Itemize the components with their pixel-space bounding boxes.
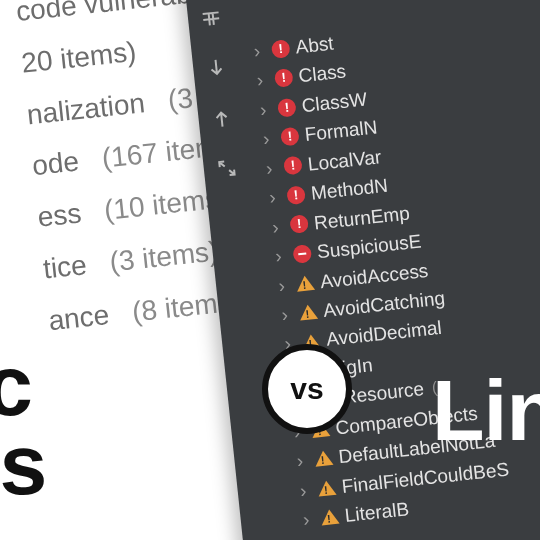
- chevron-right-icon[interactable]: ›: [265, 153, 280, 184]
- issue-label: Abst: [294, 29, 335, 62]
- title-line-2: lysis: [0, 425, 46, 504]
- warning-icon: [314, 449, 334, 469]
- title-linting-text: Lintin: [432, 362, 540, 458]
- error-icon: !: [289, 215, 309, 235]
- title-static-analysis: tatic lysis: [0, 346, 46, 504]
- category-label: 20 items): [20, 36, 138, 79]
- error-icon: !: [274, 68, 294, 88]
- chevron-right-icon[interactable]: ›: [268, 182, 283, 213]
- error-icon: !: [286, 185, 306, 205]
- error-icon: !: [283, 156, 303, 176]
- chevron-right-icon[interactable]: ›: [280, 299, 295, 330]
- expand-icon[interactable]: [217, 158, 237, 183]
- chevron-right-icon[interactable]: ›: [255, 65, 270, 96]
- error-icon: !: [271, 39, 291, 59]
- warning-icon: [317, 478, 337, 498]
- error-icon: !: [277, 97, 297, 117]
- category-label: ode: [31, 146, 81, 182]
- title-linting: Lintin: [432, 361, 540, 460]
- arrow-up-icon[interactable]: [213, 108, 232, 135]
- chevron-right-icon[interactable]: ›: [298, 475, 313, 506]
- chevron-right-icon[interactable]: ›: [252, 36, 267, 67]
- warning-icon: [320, 507, 340, 527]
- vs-badge: vs: [262, 344, 352, 434]
- vs-text: vs: [290, 372, 323, 406]
- align-icon[interactable]: [200, 10, 222, 33]
- arrow-down-icon[interactable]: [207, 57, 226, 84]
- chevron-right-icon[interactable]: ›: [302, 504, 317, 535]
- chevron-right-icon[interactable]: ›: [295, 446, 310, 477]
- minus-circle-icon: [292, 244, 312, 264]
- category-label: ance: [47, 299, 111, 336]
- error-icon: !: [280, 127, 300, 147]
- chevron-right-icon[interactable]: ›: [271, 211, 286, 242]
- svg-rect-0: [298, 252, 306, 255]
- warning-icon: [295, 273, 315, 293]
- chevron-right-icon[interactable]: ›: [258, 94, 273, 125]
- issue-label: LiteralB: [343, 494, 410, 530]
- warning-icon: [299, 302, 319, 322]
- category-label: ess: [36, 198, 83, 233]
- title-line-1: tatic: [0, 346, 46, 425]
- category-label: nalization: [25, 87, 146, 130]
- chevron-right-icon[interactable]: ›: [274, 241, 289, 272]
- category-count: (3 items): [108, 235, 220, 277]
- category-label: tice: [42, 249, 89, 284]
- chevron-right-icon[interactable]: ›: [277, 270, 292, 301]
- chevron-right-icon[interactable]: ›: [262, 124, 277, 155]
